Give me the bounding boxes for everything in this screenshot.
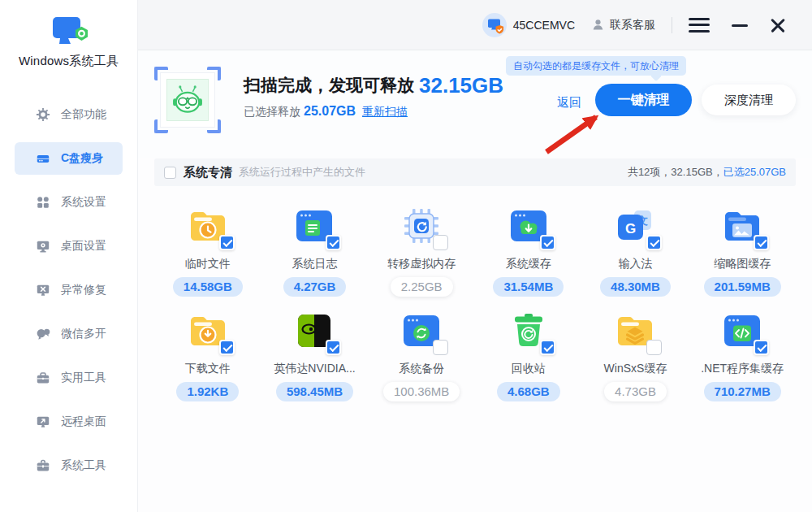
minimize-button[interactable] [731, 18, 749, 33]
item-checkbox[interactable] [326, 235, 341, 250]
clean-item-nvidia[interactable]: 英伟达NVIDIA... 598.45MB [261, 308, 369, 401]
clean-item-downloads[interactable]: 下载文件 1.92KB [154, 308, 261, 401]
grid-icon [36, 195, 50, 210]
auto-select-tooltip: 自动勾选的都是缓存文件，可放心清理 [506, 56, 686, 76]
account-id: 45CCEMVC [513, 19, 575, 32]
sidebar-item-remote-desktop[interactable]: 远程桌面 [15, 406, 123, 438]
gear-icon [36, 107, 50, 122]
sidebar-item-label: 远程桌面 [61, 414, 106, 429]
svg-text:G: G [625, 221, 636, 236]
titlebar-divider [672, 17, 672, 33]
item-size-badge: 2.25GB [391, 277, 453, 297]
clean-item-recycle-bin[interactable]: 回收站 4.68GB [475, 308, 582, 401]
item-size-badge: 710.27MB [704, 382, 781, 401]
item-checkbox[interactable] [219, 235, 235, 250]
item-label: 系统缓存 [506, 257, 551, 271]
item-checkbox[interactable] [326, 340, 341, 355]
item-checkbox[interactable] [219, 340, 235, 355]
clean-items-grid: 临时文件 14.58GB 系统日志 4.27GB [154, 203, 796, 401]
briefcase-icon [36, 458, 50, 473]
item-size-badge: 48.30MB [600, 277, 671, 297]
item-label: .NET程序集缓存 [701, 362, 784, 376]
close-button[interactable] [770, 17, 786, 33]
sidebar-item-all-functions[interactable]: 全部功能 [15, 98, 123, 131]
logo-area: Windows系统工具 [0, 0, 137, 69]
item-size-badge: 31.54MB [493, 277, 564, 297]
sidebar-item-label: C盘瘦身 [61, 151, 103, 166]
section-description: 系统运行过程中产生的文件 [239, 165, 365, 180]
item-checkbox[interactable] [646, 235, 662, 250]
item-label: 下载文件 [185, 362, 231, 376]
sidebar-item-label: 异常修复 [61, 283, 106, 297]
sidebar-item-label: 系统工具 [61, 458, 106, 473]
section-title: 系统专清 [184, 165, 232, 180]
item-checkbox[interactable] [433, 235, 448, 250]
section-checkbox[interactable] [164, 167, 176, 179]
sidebar-item-label: 桌面设置 [61, 239, 106, 254]
item-label: 回收站 [512, 362, 546, 376]
monitor-arrow-icon [36, 414, 50, 429]
clean-item-thumbnail-cache[interactable]: 缩略图缓存 201.59MB [689, 203, 796, 297]
item-size-badge: 1.92KB [176, 382, 239, 401]
one-click-clean-button[interactable]: 一键清理 [595, 84, 692, 116]
account-badge-icon[interactable] [482, 13, 507, 37]
item-label: 英伟达NVIDIA... [274, 362, 355, 376]
sidebar-item-system-tools[interactable]: 系统工具 [15, 449, 123, 482]
drive-icon [36, 151, 50, 166]
sidebar-item-label: 系统设置 [61, 195, 106, 210]
item-size-badge: 4.73GB [604, 382, 667, 401]
item-checkbox[interactable] [433, 340, 448, 355]
clean-item-system-cache[interactable]: 系统缓存 31.54MB [475, 203, 582, 297]
item-checkbox[interactable] [540, 340, 555, 355]
scan-total-size: 32.15GB [419, 73, 503, 98]
chat-bubbles-icon [36, 327, 50, 341]
sidebar: Windows系统工具 全部功能 C盘瘦身 系统设置 [0, 0, 138, 512]
sidebar-item-wechat-multi[interactable]: 微信多开 [15, 318, 123, 350]
sidebar-item-label: 全部功能 [61, 107, 106, 122]
contact-label: 联系客服 [610, 18, 655, 33]
back-button[interactable]: 返回 [557, 95, 581, 111]
robot-scan-icon [154, 67, 221, 133]
item-label: 输入法 [618, 257, 652, 271]
clean-item-system-backup[interactable]: 系统备份 100.36MB [368, 308, 475, 401]
rescan-link[interactable]: 重新扫描 [362, 105, 408, 118]
person-icon [591, 18, 605, 32]
app-window: Windows系统工具 全部功能 C盘瘦身 系统设置 [0, 0, 812, 512]
clean-item-winsxs-cache[interactable]: WinSxS缓存 4.73GB [582, 308, 689, 401]
menu-button[interactable] [689, 18, 710, 33]
monitor-repair-icon [36, 283, 50, 297]
clean-item-virtual-memory[interactable]: 转移虚拟内存 2.25GB [368, 203, 475, 297]
sidebar-item-c-drive-slim[interactable]: C盘瘦身 [15, 142, 123, 175]
item-checkbox[interactable] [754, 340, 769, 355]
item-label: 临时文件 [185, 257, 231, 271]
system-clean-section-header: 系统专清 系统运行过程中产生的文件 共12项，32.15GB， 已选25.07G… [154, 158, 796, 186]
main-panel: 45CCEMVC 联系客服 [138, 0, 812, 512]
contact-support-button[interactable]: 联系客服 [591, 18, 655, 33]
sidebar-item-label: 微信多开 [61, 327, 106, 341]
sidebar-item-label: 实用工具 [61, 371, 106, 385]
item-size-badge: 14.58GB [173, 277, 243, 297]
item-size-badge: 4.27GB [283, 277, 347, 297]
item-checkbox[interactable] [646, 340, 662, 355]
item-checkbox[interactable] [754, 235, 769, 250]
sidebar-item-utilities[interactable]: 实用工具 [15, 362, 123, 394]
item-size-badge: 598.45MB [276, 382, 353, 401]
item-label: 缩略图缓存 [714, 257, 771, 271]
scan-title: 扫描完成，发现可释放32.15GB [244, 73, 503, 98]
clean-item-temp-files[interactable]: 临时文件 14.58GB [154, 203, 261, 297]
clean-item-system-logs[interactable]: 系统日志 4.27GB [261, 203, 369, 297]
sidebar-item-desktop-settings[interactable]: 桌面设置 [15, 230, 123, 263]
item-checkbox[interactable] [540, 235, 555, 250]
item-size-badge: 100.36MB [383, 382, 460, 401]
section-summary-selected: 已选25.07GB [723, 165, 786, 180]
item-label: 系统备份 [399, 362, 444, 376]
clean-item-dotnet-cache[interactable]: .NET程序集缓存 710.27MB [689, 308, 796, 401]
scan-subtitle: 已选择释放25.07GB重新扫描 [244, 104, 503, 119]
sidebar-item-error-repair[interactable]: 异常修复 [15, 274, 123, 306]
clean-item-input-method[interactable]: 文 G 输入法 48.30MB [582, 203, 689, 297]
scan-result-header: 扫描完成，发现可释放32.15GB 已选择释放25.07GB重新扫描 自动勾选的… [138, 50, 812, 158]
toolbox-icon [36, 371, 50, 385]
item-size-badge: 4.68GB [497, 382, 560, 401]
sidebar-item-system-settings[interactable]: 系统设置 [15, 186, 123, 219]
deep-clean-button[interactable]: 深度清理 [702, 85, 796, 115]
